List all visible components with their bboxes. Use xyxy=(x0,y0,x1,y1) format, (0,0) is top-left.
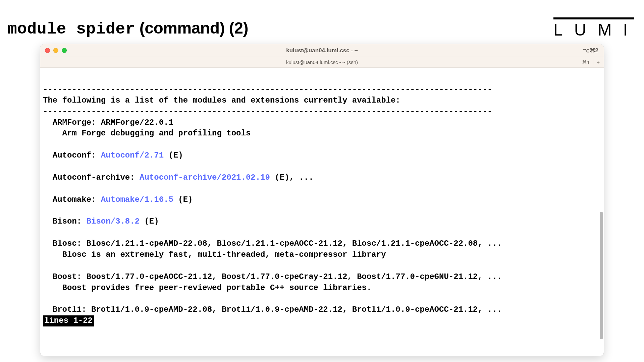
module-autoconf-suffix: (E) xyxy=(164,151,183,160)
window-shortcut: ⌥⌘2 xyxy=(583,47,598,54)
module-autoconf-archive-label: Autoconf-archive: xyxy=(43,173,140,182)
module-boost-desc: Boost provides free peer-reviewed portab… xyxy=(43,283,371,292)
module-autoconf-archive-link: Autoconf-archive/2021.02.19 xyxy=(140,173,270,182)
tabbar: kulust@uan04.lumi.csc - ~ (ssh) ⌘1 + xyxy=(40,57,604,68)
scrollbar-thumb[interactable] xyxy=(600,212,603,339)
window-title: kulust@uan04.lumi.csc - ~ xyxy=(40,47,604,54)
module-armforge-label: ARMForge: ARMForge/22.0.1 xyxy=(43,118,173,127)
module-armforge-desc: Arm Forge debugging and profiling tools xyxy=(43,129,251,138)
module-autoconf-link: Autoconf/2.71 xyxy=(101,151,164,160)
module-boost-label: Boost: Boost/1.77.0-cpeAOCC-21.12, Boost… xyxy=(43,272,502,281)
module-autoconf-archive-suffix: (E), ... xyxy=(270,173,314,182)
module-automake-suffix: (E) xyxy=(173,195,193,204)
slide-title: module spider (command) (2) xyxy=(7,19,248,38)
title-command: module spider xyxy=(7,20,135,38)
logo-text: LUMI xyxy=(553,21,634,38)
scrollbar[interactable] xyxy=(600,212,603,339)
intro-line: The following is a list of the modules a… xyxy=(43,96,400,105)
module-bison-link: Bison/3.8.2 xyxy=(87,217,140,226)
title-paren: (command) (2) xyxy=(135,19,248,37)
module-autoconf-label: Autoconf: xyxy=(43,151,101,160)
module-blosc-desc: Blosc is an extremely fast, multi-thread… xyxy=(43,250,386,259)
module-automake-label: Automake: xyxy=(43,195,101,204)
pager-status: lines 1-22 xyxy=(43,315,94,326)
tab-shortcut: ⌘1 xyxy=(582,59,590,65)
hr: ----------------------------------------… xyxy=(43,85,492,94)
logo-bar xyxy=(553,17,634,19)
terminal-window: kulust@uan04.lumi.csc - ~ ⌥⌘2 kulust@uan… xyxy=(40,44,604,356)
module-blosc-label: Blosc: Blosc/1.21.1-cpeAMD-22.08, Blosc/… xyxy=(43,239,502,248)
titlebar[interactable]: kulust@uan04.lumi.csc - ~ ⌥⌘2 xyxy=(40,44,604,57)
lumi-logo: LUMI xyxy=(553,17,634,38)
new-tab-button[interactable]: + xyxy=(593,59,600,65)
terminal-body[interactable]: ----------------------------------------… xyxy=(40,68,604,326)
module-brotli-label: Brotli: Brotli/1.0.9-cpeAMD-22.08, Brotl… xyxy=(43,305,502,314)
module-automake-link: Automake/1.16.5 xyxy=(101,195,173,204)
tab-title[interactable]: kulust@uan04.lumi.csc - ~ (ssh) xyxy=(40,59,604,65)
hr: ----------------------------------------… xyxy=(43,107,492,116)
module-bison-label: Bison: xyxy=(43,217,87,226)
module-bison-suffix: (E) xyxy=(140,217,159,226)
